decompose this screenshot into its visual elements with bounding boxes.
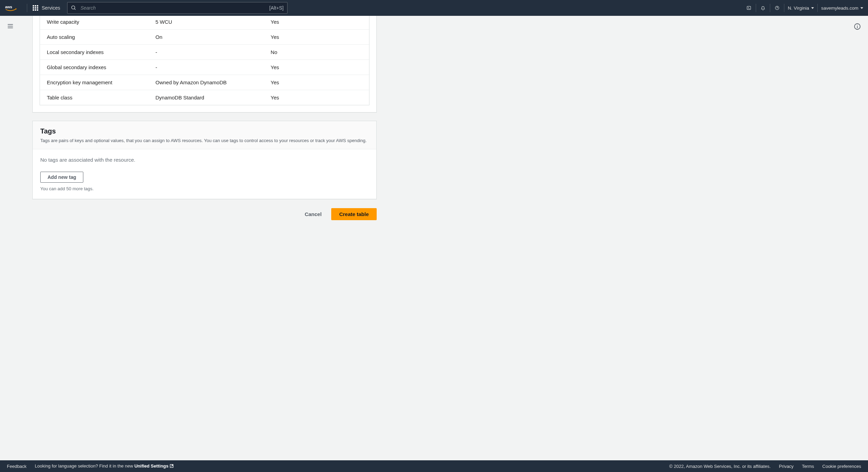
svg-text:aws: aws bbox=[5, 5, 12, 9]
search-input[interactable] bbox=[81, 5, 265, 11]
svg-point-6 bbox=[777, 9, 777, 9]
grid-icon bbox=[33, 5, 38, 11]
services-label: Services bbox=[42, 5, 60, 11]
search-shortcut-hint: [Alt+S] bbox=[269, 5, 284, 11]
svg-line-2 bbox=[74, 9, 75, 10]
chevron-down-icon bbox=[860, 7, 863, 9]
nav-divider bbox=[817, 4, 818, 12]
nav-divider bbox=[756, 4, 756, 12]
cloudshell-icon[interactable] bbox=[745, 4, 752, 11]
account-label: savemyleads.com bbox=[821, 6, 858, 11]
nav-divider bbox=[770, 4, 770, 12]
global-nav: aws Services [Alt+S] N. Virginia bbox=[0, 0, 868, 16]
region-selector[interactable]: N. Virginia bbox=[788, 6, 814, 11]
nav-divider bbox=[784, 4, 784, 12]
help-icon[interactable] bbox=[774, 4, 781, 11]
svg-point-1 bbox=[72, 6, 75, 9]
nav-divider bbox=[27, 4, 27, 12]
global-search[interactable]: [Alt+S] bbox=[67, 2, 287, 14]
account-menu[interactable]: savemyleads.com bbox=[821, 6, 863, 11]
chevron-down-icon bbox=[811, 7, 814, 9]
search-icon bbox=[71, 5, 76, 11]
notifications-icon[interactable] bbox=[760, 4, 766, 11]
aws-logo[interactable]: aws bbox=[5, 4, 21, 12]
region-label: N. Virginia bbox=[788, 6, 809, 11]
services-menu-button[interactable]: Services bbox=[31, 4, 62, 12]
